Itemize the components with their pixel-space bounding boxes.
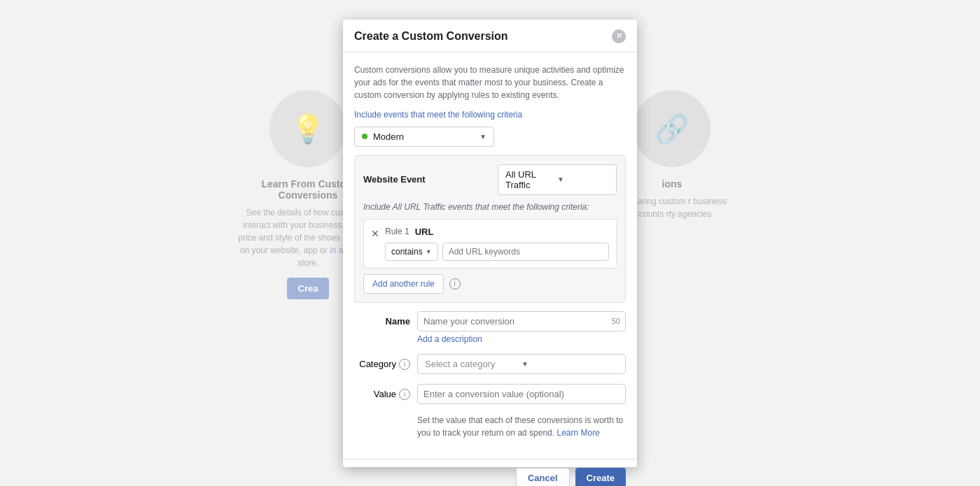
modal-header: Create a Custom Conversion ✕ xyxy=(343,20,637,52)
website-event-row: Website Event All URL Traffic ▼ xyxy=(363,164,617,195)
set-value-text: Set the value that each of these convers… xyxy=(354,414,626,439)
name-form-field: 50 Add a description xyxy=(417,311,626,344)
modal-title: Create a Custom Conversion xyxy=(354,30,508,43)
name-input-wrapper: 50 xyxy=(417,311,626,331)
criteria-text: Include All URL Traffic events that meet… xyxy=(363,202,617,212)
close-button[interactable]: ✕ xyxy=(612,29,626,43)
add-rule-row: Add another rule i xyxy=(363,274,617,294)
url-keyword-input[interactable] xyxy=(442,243,609,261)
value-info-icon[interactable]: i xyxy=(399,389,410,400)
value-label: Value xyxy=(374,389,396,399)
name-input[interactable] xyxy=(417,311,626,331)
add-description-link[interactable]: Add a description xyxy=(417,334,626,344)
rule-number: Rule 1 xyxy=(385,227,410,236)
char-count: 50 xyxy=(612,317,620,325)
category-chevron-icon: ▼ xyxy=(522,360,618,368)
category-select[interactable]: Select a category ▼ xyxy=(417,354,626,374)
add-rule-button[interactable]: Add another rule xyxy=(363,274,444,294)
rule-row: ✕ Rule 1 URL contains ▼ xyxy=(363,219,617,269)
cancel-button[interactable]: Cancel xyxy=(516,468,570,487)
category-form-row: Category i Select a category ▼ xyxy=(354,354,626,374)
category-label-wrapper: Category i xyxy=(354,354,410,370)
rule-header: Rule 1 URL xyxy=(385,227,609,237)
name-form-row: Name 50 Add a description xyxy=(354,311,626,344)
website-event-chevron-icon: ▼ xyxy=(557,176,609,183)
value-label-wrapper: Value i xyxy=(354,384,410,400)
modal-backdrop: Create a Custom Conversion ✕ Custom conv… xyxy=(0,0,980,486)
pixel-selector[interactable]: Modern ▼ xyxy=(354,127,494,147)
learn-more-link[interactable]: Learn More xyxy=(556,428,599,438)
rule-content: Rule 1 URL contains ▼ xyxy=(385,227,609,261)
condition-chevron-icon: ▼ xyxy=(426,248,432,255)
modal: Create a Custom Conversion ✕ Custom conv… xyxy=(343,20,637,467)
category-placeholder: Select a category xyxy=(425,359,522,369)
modal-description: Custom conversions allow you to measure … xyxy=(354,64,626,101)
modal-body: Custom conversions allow you to measure … xyxy=(343,52,637,459)
add-rule-info-icon[interactable]: i xyxy=(449,278,461,290)
website-event-label: Website Event xyxy=(363,174,426,185)
modal-footer: Cancel Create xyxy=(343,459,637,487)
category-label: Category xyxy=(359,359,396,369)
pixel-status-dot xyxy=(362,134,368,139)
pixel-name: Modern xyxy=(373,131,479,142)
rule-inputs: contains ▼ xyxy=(385,243,609,261)
category-form-field: Select a category ▼ xyxy=(417,354,626,374)
rule-type: URL xyxy=(415,227,434,237)
website-event-value: All URL Traffic xyxy=(505,169,557,190)
rule-remove-button[interactable]: ✕ xyxy=(371,228,379,239)
value-form-field xyxy=(417,384,626,404)
value-input[interactable] xyxy=(417,384,626,404)
condition-select[interactable]: contains ▼ xyxy=(385,243,438,261)
category-info-icon[interactable]: i xyxy=(399,359,410,370)
name-label: Name xyxy=(354,311,410,327)
value-form-row: Value i xyxy=(354,384,626,404)
condition-value: contains xyxy=(391,247,423,257)
create-button[interactable]: Create xyxy=(575,468,626,487)
include-label: Include events that meet the following c… xyxy=(354,110,626,120)
website-event-select[interactable]: All URL Traffic ▼ xyxy=(498,164,617,195)
rules-box: Website Event All URL Traffic ▼ Include … xyxy=(354,155,626,303)
pixel-chevron-icon: ▼ xyxy=(479,133,486,141)
